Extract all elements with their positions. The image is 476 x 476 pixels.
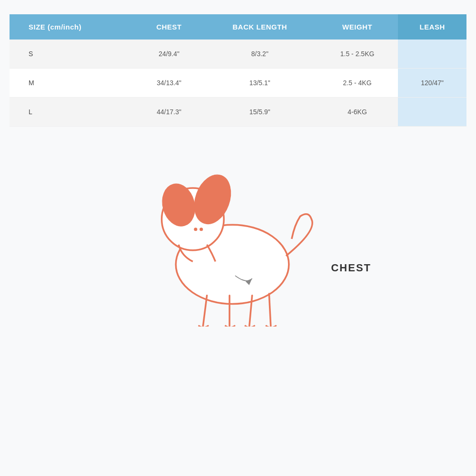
cell-weight-row2: 4-6KG [317,98,398,127]
cell-chest-row1: 34/13.4" [135,69,203,98]
cell-chest-row2: 44/17.3" [135,98,203,127]
cell-back_length-row1: 13/5.1" [203,69,317,98]
header-back-length: BACK LENGTH [203,14,317,40]
cell-leash-row1: 120/47" [398,69,466,98]
header-weight: WEIGHT [317,14,398,40]
header-size: SIZE (cm/inch) [10,14,135,40]
header-leash: LEASH [398,14,466,40]
size-chart-table: SIZE (cm/inch) CHEST BACK LENGTH WEIGHT … [10,14,466,127]
cell-weight-row1: 2.5 - 4KG [317,69,398,98]
cell-weight-row0: 1.5 - 2.5KG [317,40,398,69]
table-row: L44/17.3"15/5.9"4-6KG [10,98,466,127]
svg-point-5 [194,228,197,231]
svg-point-6 [199,228,203,231]
size-chart-table-section: SIZE (cm/inch) CHEST BACK LENGTH WEIGHT … [10,14,466,127]
table-row: S24/9.4"8/3.2"1.5 - 2.5KG [10,40,466,69]
chest-label: CHEST [331,262,371,274]
cell-size-row0: S [10,40,135,69]
cell-chest-row0: 24/9.4" [135,40,203,69]
cell-size-row1: M [10,69,135,98]
cell-leash-row0 [398,40,466,69]
cell-leash-row2 [398,98,466,127]
table-row: M34/13.4"13/5.1"2.5 - 4KG120/47" [10,69,466,98]
header-chest: CHEST [135,14,203,40]
cell-back_length-row0: 8/3.2" [203,40,317,69]
dog-svg [119,146,357,327]
page-wrapper: SIZE (cm/inch) CHEST BACK LENGTH WEIGHT … [0,0,476,476]
svg-point-4 [184,215,190,221]
dog-illustration-container: CHEST [119,146,357,327]
illustration-section: CHEST [10,146,466,327]
cell-size-row2: L [10,98,135,127]
cell-back_length-row2: 15/5.9" [203,98,317,127]
